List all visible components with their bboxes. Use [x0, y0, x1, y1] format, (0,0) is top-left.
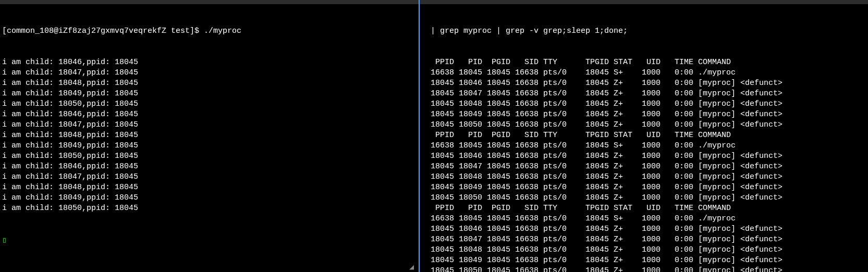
output-line: i am child: 18048,ppid: 18045 — [2, 130, 417, 141]
ps-row: 18045 18049 18045 16638 pts/0 18045 Z+ 1… — [426, 182, 867, 193]
ps-row: 18045 18048 18045 16638 pts/0 18045 Z+ 1… — [426, 99, 867, 109]
ps-row: 18045 18046 18045 16638 pts/0 18045 Z+ 1… — [426, 224, 867, 234]
terminal-split-view: [common_108@iZf8zaj27gxmvq7veqrekfZ test… — [0, 0, 868, 272]
left-output-lines: i am child: 18046,ppid: 18045i am child:… — [2, 57, 417, 214]
ps-row: 18045 18047 18045 16638 pts/0 18045 Z+ 1… — [426, 162, 867, 172]
command-text: ./myproc — [204, 27, 241, 35]
right-output-lines: PPID PID PGID SID TTY TPGID STAT UID TIM… — [426, 57, 867, 272]
ps-header: PPID PID PGID SID TTY TPGID STAT UID TIM… — [426, 203, 867, 214]
ps-row: 18045 18046 18045 16638 pts/0 18045 Z+ 1… — [426, 151, 867, 162]
output-line: i am child: 18046,ppid: 18045 — [2, 57, 417, 68]
output-line: i am child: 18046,ppid: 18045 — [2, 162, 417, 172]
ps-header: PPID PID PGID SID TTY TPGID STAT UID TIM… — [426, 57, 867, 68]
ps-row: 18045 18047 18045 16638 pts/0 18045 Z+ 1… — [426, 234, 867, 245]
ps-row: 16638 18045 18045 16638 pts/0 18045 S+ 1… — [426, 141, 867, 151]
ps-row: 18045 18048 18045 16638 pts/0 18045 Z+ 1… — [426, 245, 867, 255]
output-line: i am child: 18049,ppid: 18045 — [2, 89, 417, 99]
ps-row: 18045 18049 18045 16638 pts/0 18045 Z+ 1… — [426, 109, 867, 120]
right-titlebar — [420, 0, 868, 4]
left-titlebar — [0, 0, 419, 4]
output-line: i am child: 18046,ppid: 18045 — [2, 109, 417, 120]
output-line: i am child: 18048,ppid: 18045 — [2, 78, 417, 89]
output-line: i am child: 18047,ppid: 18045 — [2, 120, 417, 130]
shell-prompt: [common_108@iZf8zaj27gxmvq7veqrekfZ test… — [2, 27, 204, 35]
output-line: i am child: 18050,ppid: 18045 — [2, 203, 417, 214]
output-line: i am child: 18047,ppid: 18045 — [2, 68, 417, 78]
output-line: i am child: 18050,ppid: 18045 — [2, 99, 417, 109]
ps-row: 18045 18049 18045 16638 pts/0 18045 Z+ 1… — [426, 255, 867, 266]
ps-row: 18045 18048 18045 16638 pts/0 18045 Z+ 1… — [426, 172, 867, 182]
ps-row: 16638 18045 18045 16638 pts/0 18045 S+ 1… — [426, 214, 867, 224]
output-line: i am child: 18049,ppid: 18045 — [2, 141, 417, 151]
right-terminal-body[interactable]: | grep myproc | grep -v grep;sleep 1;don… — [420, 4, 868, 272]
ps-row: 18045 18050 18045 16638 pts/0 18045 Z+ 1… — [426, 266, 867, 272]
grep-command-line: | grep myproc | grep -v grep;sleep 1;don… — [426, 26, 867, 36]
ps-row: 18045 18047 18045 16638 pts/0 18045 Z+ 1… — [426, 89, 867, 99]
output-line: i am child: 18049,ppid: 18045 — [2, 193, 417, 203]
output-line: i am child: 18050,ppid: 18045 — [2, 151, 417, 162]
ps-row: 16638 18045 18045 16638 pts/0 18045 S+ 1… — [426, 68, 867, 78]
cursor: ▯ — [2, 236, 417, 246]
ps-row: 18045 18046 18045 16638 pts/0 18045 Z+ 1… — [426, 78, 867, 89]
scrollbar-corner-icon[interactable]: ◢ — [409, 263, 418, 271]
prompt-line: [common_108@iZf8zaj27gxmvq7veqrekfZ test… — [2, 26, 417, 36]
ps-row: 18045 18050 18045 16638 pts/0 18045 Z+ 1… — [426, 120, 867, 130]
ps-row: 18045 18050 18045 16638 pts/0 18045 Z+ 1… — [426, 193, 867, 203]
ps-header: PPID PID PGID SID TTY TPGID STAT UID TIM… — [426, 130, 867, 141]
output-line: i am child: 18048,ppid: 18045 — [2, 182, 417, 193]
left-terminal-pane[interactable]: [common_108@iZf8zaj27gxmvq7veqrekfZ test… — [0, 0, 420, 272]
output-line: i am child: 18047,ppid: 18045 — [2, 172, 417, 182]
right-terminal-pane[interactable]: | grep myproc | grep -v grep;sleep 1;don… — [420, 0, 868, 272]
left-terminal-body[interactable]: [common_108@iZf8zaj27gxmvq7veqrekfZ test… — [0, 4, 419, 268]
